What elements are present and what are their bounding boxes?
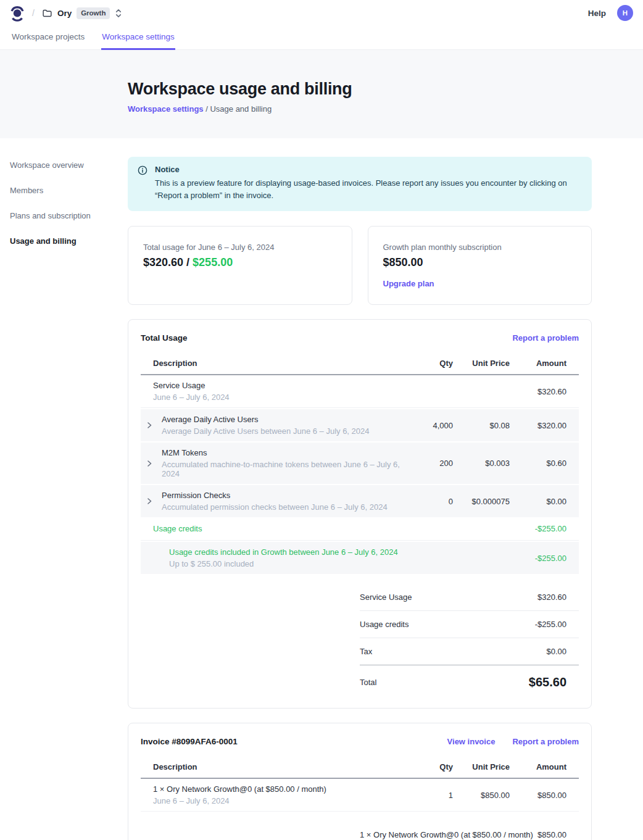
ory-logo-icon[interactable] <box>10 5 25 22</box>
chevron-right-icon[interactable] <box>146 422 162 429</box>
workspace-switcher[interactable]: Ory Growth <box>42 7 123 19</box>
top-bar: / Ory Growth Help H <box>0 0 643 26</box>
table-row-expandable[interactable]: Permission Checks Accumulated permission… <box>141 485 579 517</box>
total-usage-value: $320.60 / $255.00 <box>143 256 337 269</box>
folder-icon <box>42 8 52 19</box>
table-row-expandable[interactable]: Average Daily Active Users Average Daily… <box>141 409 579 441</box>
report-problem-link[interactable]: Report a problem <box>512 737 579 746</box>
sidebar-item-plans-subscription[interactable]: Plans and subscription <box>10 211 128 236</box>
breadcrumb-sep: / <box>204 104 210 114</box>
row-period: June 6 – July 6, 2024 <box>153 796 326 805</box>
row-period: June 6 – July 6, 2024 <box>153 393 230 402</box>
page-title: Workspace usage and billing <box>128 80 643 99</box>
plan-badge: Growth <box>77 7 110 19</box>
info-icon <box>138 165 147 202</box>
user-avatar[interactable]: H <box>617 5 633 21</box>
total-usage-card: Total usage for June 6 – July 6, 2024 $3… <box>128 226 352 305</box>
subscription-card: Growth plan monthly subscription $850.00… <box>368 226 592 305</box>
tab-workspace-settings[interactable]: Workspace settings <box>101 26 175 50</box>
breadcrumb-settings-link[interactable]: Workspace settings <box>128 104 204 114</box>
view-invoice-link[interactable]: View invoice <box>447 737 496 746</box>
page-header: Workspace usage and billing Workspace se… <box>0 50 643 138</box>
breadcrumb: Workspace settings / Usage and billing <box>128 104 643 114</box>
sidebar-item-usage-billing[interactable]: Usage and billing <box>10 236 128 262</box>
breadcrumb-current: Usage and billing <box>210 104 272 114</box>
notice-body: This is a preview feature for displaying… <box>155 177 582 202</box>
invoice-table-header: Description Qty Unit Price Amount <box>141 755 579 779</box>
table-row-expandable[interactable]: M2M Tokens Accumulated machine-to-machin… <box>141 443 579 484</box>
total-usage-label: Total usage for June 6 – July 6, 2024 <box>143 243 337 252</box>
usage-panel-title: Total Usage <box>141 333 188 343</box>
tab-workspace-projects[interactable]: Workspace projects <box>11 26 85 50</box>
subscription-value: $850.00 <box>383 256 577 269</box>
workspace-tabs: Workspace projects Workspace settings <box>0 26 643 50</box>
preview-notice: Notice This is a preview feature for dis… <box>128 157 592 211</box>
usage-credits-detail-row: Usage credits included in Growth between… <box>141 542 579 574</box>
settings-sidenav: Workspace overview Members Plans and sub… <box>0 138 128 262</box>
chevron-updown-icon <box>115 9 122 18</box>
notice-title: Notice <box>155 165 582 174</box>
upgrade-plan-link[interactable]: Upgrade plan <box>383 279 434 288</box>
usage-credit-limit: $255.00 <box>193 256 233 268</box>
usage-grand-total: Total $65.60 <box>360 665 579 692</box>
subscription-label: Growth plan monthly subscription <box>383 243 577 252</box>
sidebar-item-members[interactable]: Members <box>10 186 128 211</box>
usage-table-header: Description Qty Unit Price Amount <box>141 351 579 375</box>
table-row: Service Usage June 6 – July 6, 2024 $320… <box>141 375 579 408</box>
report-problem-link[interactable]: Report a problem <box>512 333 579 343</box>
usage-totals: Service Usage $320.60 Usage credits -$25… <box>360 584 579 692</box>
chevron-right-icon[interactable] <box>146 460 162 467</box>
usage-panel: Total Usage Report a problem Description… <box>128 319 592 709</box>
breadcrumb-separator: / <box>32 8 35 18</box>
sidebar-item-workspace-overview[interactable]: Workspace overview <box>10 160 128 186</box>
chevron-right-icon[interactable] <box>146 497 162 505</box>
usage-credits-row: Usage credits -$255.00 <box>141 517 579 541</box>
invoice-title: Invoice #8099AFA6-0001 <box>141 737 238 746</box>
invoice-totals: 1 × Ory Network Growth@0 (at $850.00 / m… <box>360 821 579 840</box>
workspace-name: Ory <box>57 9 72 18</box>
help-link[interactable]: Help <box>588 9 606 18</box>
invoice-panel: Invoice #8099AFA6-0001 View invoice Repo… <box>128 723 592 840</box>
table-row: 1 × Ory Network Growth@0 (at $850.00 / m… <box>141 779 579 812</box>
